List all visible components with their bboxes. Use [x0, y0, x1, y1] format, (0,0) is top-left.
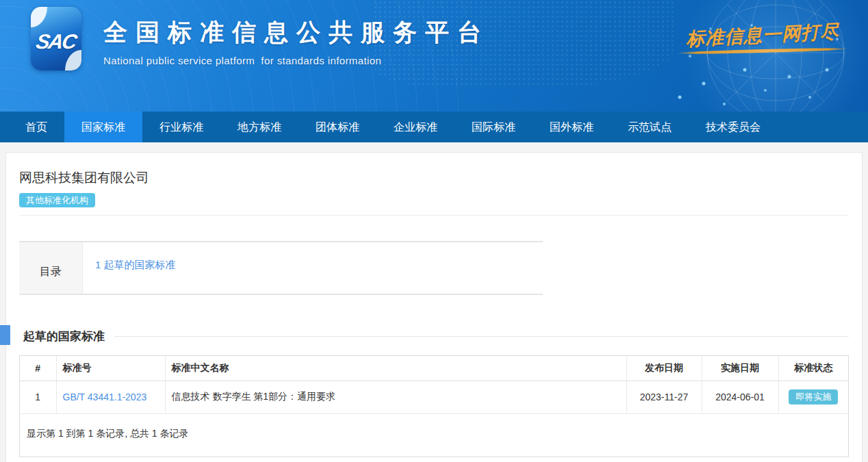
- col-header-publish-date: 发布日期: [626, 356, 702, 381]
- status-badge: 即将实施: [789, 389, 838, 405]
- record-count-text: 显示第 1 到第 1 条记录, 总共 1 条记录: [20, 414, 848, 457]
- site-header: SAC 全国标准信息公共服务平台 National public service…: [0, 0, 868, 112]
- nav-item-local-standards[interactable]: 地方标准: [220, 112, 298, 142]
- section-title: 起草的国家标准: [23, 329, 105, 344]
- standards-table-box: # 标准号 标准中文名称 发布日期 实施日期 标准状态 1 GB/T 43441…: [19, 355, 849, 457]
- site-title-block: 全国标准信息公共服务平台 National public service pla…: [103, 16, 489, 66]
- cell-publish-date: 2023-11-27: [626, 381, 702, 413]
- content-card: 网思科技集团有限公司 其他标准化机构 目录 1 起草的国家标准 起草的国家标准 …: [5, 152, 863, 462]
- nav-item-national-standards[interactable]: 国家标准: [64, 112, 142, 142]
- cell-standard-chinese-name: 信息技术 数字孪生 第1部分：通用要求: [165, 381, 626, 413]
- col-header-status: 标准状态: [778, 356, 848, 381]
- cell-implement-date: 2024-06-01: [702, 381, 778, 413]
- nav-item-foreign-standards[interactable]: 国外标准: [533, 112, 611, 142]
- col-header-index: #: [20, 356, 56, 381]
- site-title: 全国标准信息公共服务平台: [103, 16, 489, 49]
- toc-panel: 目录 1 起草的国家标准: [19, 241, 543, 295]
- org-type-badge: 其他标准化机构: [19, 193, 95, 207]
- nav-item-group-standards[interactable]: 团体标准: [298, 112, 376, 142]
- site-subtitle: National public service platform for sta…: [103, 55, 489, 66]
- org-name: 网思科技集团有限公司: [19, 169, 849, 187]
- nav-item-technical-committee[interactable]: 技术委员会: [689, 112, 778, 142]
- sac-logo-text: SAC: [34, 30, 77, 53]
- globe-graphic: [663, 0, 868, 112]
- table-row: 1 GB/T 43441.1-2023 信息技术 数字孪生 第1部分：通用要求 …: [20, 381, 848, 413]
- nav-item-demonstration-pilot[interactable]: 示范试点: [611, 112, 689, 142]
- nav-item-industry-standards[interactable]: 行业标准: [142, 112, 220, 142]
- col-header-standard-number: 标准号: [56, 356, 165, 381]
- divider: [19, 215, 849, 216]
- table-header-row: # 标准号 标准中文名称 发布日期 实施日期 标准状态: [20, 356, 848, 381]
- section-accent-bar: [0, 325, 10, 345]
- section-rule-line: [114, 336, 849, 337]
- cell-index: 1: [20, 381, 56, 413]
- standards-table: # 标准号 标准中文名称 发布日期 实施日期 标准状态 1 GB/T 43441…: [20, 356, 848, 414]
- standard-number-link[interactable]: GB/T 43441.1-2023: [63, 392, 147, 402]
- toc-link-drafted-national-standards[interactable]: 1 起草的国家标准: [95, 259, 176, 270]
- toc-body: 1 起草的国家标准: [83, 242, 543, 294]
- toc-label: 目录: [19, 242, 83, 294]
- main-nav: 首页 国家标准 行业标准 地方标准 团体标准 企业标准 国际标准 国外标准 示范…: [0, 112, 868, 142]
- nav-item-home[interactable]: 首页: [8, 112, 64, 142]
- nav-item-international-standards[interactable]: 国际标准: [455, 112, 533, 142]
- col-header-implement-date: 实施日期: [702, 356, 778, 381]
- sac-logo[interactable]: SAC: [31, 7, 81, 70]
- section-header: 起草的国家标准: [19, 329, 849, 344]
- col-header-chinese-name: 标准中文名称: [165, 356, 626, 381]
- nav-item-enterprise-standards[interactable]: 企业标准: [376, 112, 455, 142]
